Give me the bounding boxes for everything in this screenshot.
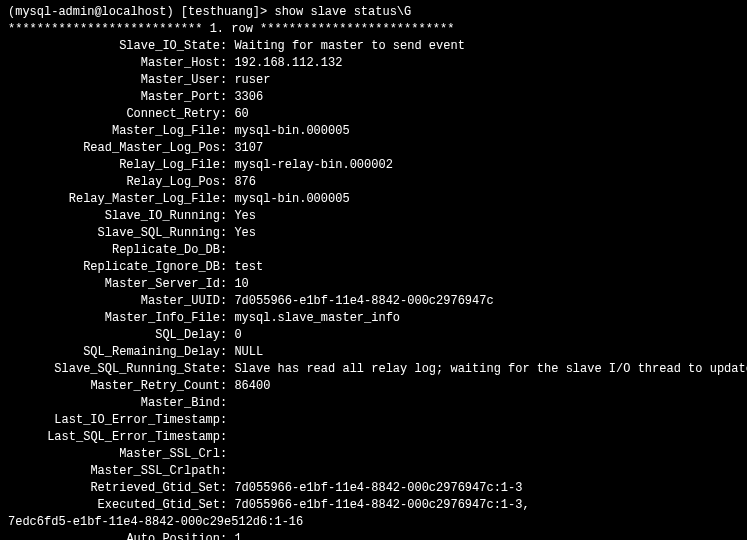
field-label: Slave_SQL_Running_State (8, 361, 220, 378)
field-label: Relay_Master_Log_File (8, 191, 220, 208)
field-label: SQL_Remaining_Delay (8, 344, 220, 361)
field-sep: : (220, 328, 234, 342)
status-field-auto-position: Auto_Position: 1 (8, 531, 739, 540)
field-value: 60 (234, 107, 248, 121)
status-field: Replicate_Do_DB: (8, 242, 739, 259)
field-sep: : (220, 464, 234, 478)
mysql-prompt[interactable]: (mysql-admin@localhost) [testhuang]> sho… (8, 4, 739, 21)
status-field: Last_IO_Error_Timestamp: (8, 412, 739, 429)
field-sep: : (220, 192, 234, 206)
status-fields: Slave_IO_State: Waiting for master to se… (8, 38, 739, 514)
field-sep: : (220, 532, 234, 540)
field-sep: : (220, 481, 234, 495)
field-label: Read_Master_Log_Pos (8, 140, 220, 157)
field-sep: : (220, 243, 234, 257)
field-sep: : (220, 141, 234, 155)
status-field: Master_Port: 3306 (8, 89, 739, 106)
field-value: 0 (234, 328, 241, 342)
field-label: Master_Retry_Count (8, 378, 220, 395)
field-label: Executed_Gtid_Set (8, 497, 220, 514)
status-field: Slave_IO_Running: Yes (8, 208, 739, 225)
field-value: 1 (234, 532, 241, 540)
status-field: Master_Bind: (8, 395, 739, 412)
status-field: Master_Host: 192.168.112.132 (8, 55, 739, 72)
field-sep: : (220, 277, 234, 291)
status-field: Slave_SQL_Running_State: Slave has read … (8, 361, 739, 378)
field-label: Slave_SQL_Running (8, 225, 220, 242)
field-sep: : (220, 362, 234, 376)
field-value: mysql-relay-bin.000002 (234, 158, 392, 172)
field-sep: : (220, 430, 234, 444)
field-sep: : (220, 311, 234, 325)
status-field: Relay_Log_Pos: 876 (8, 174, 739, 191)
field-sep: : (220, 379, 234, 393)
field-label: Replicate_Do_DB (8, 242, 220, 259)
status-field: Master_Info_File: mysql.slave_master_inf… (8, 310, 739, 327)
field-value: 3306 (234, 90, 263, 104)
field-label: Connect_Retry (8, 106, 220, 123)
field-sep: : (220, 396, 234, 410)
field-value: Slave has read all relay log; waiting fo… (234, 362, 747, 376)
field-sep: : (220, 73, 234, 87)
field-value: mysql-bin.000005 (234, 124, 349, 138)
status-field: Replicate_Ignore_DB: test (8, 259, 739, 276)
field-value: 86400 (234, 379, 270, 393)
field-sep: : (220, 260, 234, 274)
status-field: Relay_Log_File: mysql-relay-bin.000002 (8, 157, 739, 174)
field-label: Slave_IO_State (8, 38, 220, 55)
field-label: Master_Log_File (8, 123, 220, 140)
field-label: Master_Host (8, 55, 220, 72)
status-field: Master_UUID: 7d055966-e1bf-11e4-8842-000… (8, 293, 739, 310)
status-field: Retrieved_Gtid_Set: 7d055966-e1bf-11e4-8… (8, 480, 739, 497)
field-value: NULL (234, 345, 263, 359)
status-field: Master_SSL_Crlpath: (8, 463, 739, 480)
field-label: Slave_IO_Running (8, 208, 220, 225)
status-field: Read_Master_Log_Pos: 3107 (8, 140, 739, 157)
field-value: Waiting for master to send event (234, 39, 464, 53)
status-field: Slave_IO_State: Waiting for master to se… (8, 38, 739, 55)
field-value: 7d055966-e1bf-11e4-8842-000c2976947c (234, 294, 493, 308)
field-sep: : (220, 294, 234, 308)
field-label: Relay_Log_Pos (8, 174, 220, 191)
status-field: Master_User: ruser (8, 72, 739, 89)
field-value: Yes (234, 226, 256, 240)
field-value: 7d055966-e1bf-11e4-8842-000c2976947c:1-3… (234, 498, 529, 512)
field-value: 10 (234, 277, 248, 291)
status-field: Master_Log_File: mysql-bin.000005 (8, 123, 739, 140)
status-field: SQL_Remaining_Delay: NULL (8, 344, 739, 361)
field-label: Auto_Position (8, 531, 220, 540)
field-sep: : (220, 209, 234, 223)
field-label: Last_IO_Error_Timestamp (8, 412, 220, 429)
status-field: Slave_SQL_Running: Yes (8, 225, 739, 242)
status-field: Connect_Retry: 60 (8, 106, 739, 123)
field-sep: : (220, 175, 234, 189)
field-label: Master_SSL_Crlpath (8, 463, 220, 480)
field-label: Last_SQL_Error_Timestamp (8, 429, 220, 446)
status-field: Relay_Master_Log_File: mysql-bin.000005 (8, 191, 739, 208)
field-value: 876 (234, 175, 256, 189)
field-sep: : (220, 124, 234, 138)
field-label: Master_SSL_Crl (8, 446, 220, 463)
executed-gtid-continuation: 7edc6fd5-e1bf-11e4-8842-000c29e512d6:1-1… (8, 514, 739, 531)
field-label: Master_Info_File (8, 310, 220, 327)
field-label: Relay_Log_File (8, 157, 220, 174)
status-field: Last_SQL_Error_Timestamp: (8, 429, 739, 446)
field-label: Master_Port (8, 89, 220, 106)
field-sep: : (220, 413, 234, 427)
status-field: Master_Server_Id: 10 (8, 276, 739, 293)
field-sep: : (220, 90, 234, 104)
field-sep: : (220, 345, 234, 359)
field-sep: : (220, 498, 234, 512)
field-value: ruser (234, 73, 270, 87)
status-field: Executed_Gtid_Set: 7d055966-e1bf-11e4-88… (8, 497, 739, 514)
field-value: Yes (234, 209, 256, 223)
field-sep: : (220, 39, 234, 53)
field-label: SQL_Delay (8, 327, 220, 344)
field-sep: : (220, 56, 234, 70)
field-value: 3107 (234, 141, 263, 155)
field-label: Master_UUID (8, 293, 220, 310)
field-sep: : (220, 158, 234, 172)
row-header: *************************** 1. row *****… (8, 21, 739, 38)
field-label: Master_Bind (8, 395, 220, 412)
status-field: Master_SSL_Crl: (8, 446, 739, 463)
